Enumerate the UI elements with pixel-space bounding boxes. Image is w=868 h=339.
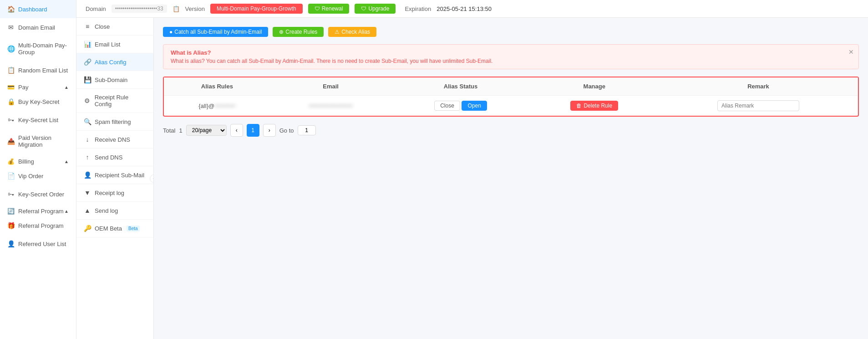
left-nav-recipient-sub[interactable]: 👤 Recipient Sub-Mail — [76, 166, 153, 184]
sidebar-item-referral-program[interactable]: 🎁 Referral Program — [0, 216, 76, 235]
cell-email: ••••••••••••••••••••••• — [270, 96, 391, 116]
cell-manage: 🗑 Delete Rule — [530, 96, 659, 116]
sidebar-item-pay[interactable]: 💳 Pay ▲ — [0, 79, 76, 92]
expiration-value: 2025-05-21 15:13:50 — [437, 5, 492, 12]
left-nav-panel: ‹ ≡ Close 📊 Email List 🔗 Alias Config 💾 … — [76, 18, 154, 339]
save-icon: 💾 — [84, 76, 91, 83]
version-label: Version — [185, 5, 205, 12]
upgrade-icon: 🛡 — [361, 5, 366, 12]
list-icon: 📋 — [7, 67, 15, 74]
right-content: ● Catch all Sub-Email by Admin-Email ⊕ C… — [154, 18, 868, 339]
renewal-button[interactable]: 🛡 Renewal — [308, 4, 350, 14]
referral-icon: 🔄 — [7, 208, 15, 215]
circle-plus-icon: ⊕ — [279, 29, 284, 35]
col-alias-status: Alias Status — [391, 77, 530, 96]
left-nav-email-list[interactable]: 📊 Email List — [76, 36, 153, 53]
left-nav-spam-filtering[interactable]: 🔍 Spam filtering — [76, 113, 153, 131]
billing-icon: 💰 — [7, 158, 15, 165]
open-status-button[interactable]: Open — [462, 101, 487, 111]
goto-input[interactable] — [298, 125, 316, 135]
beta-badge: Beta — [127, 226, 140, 231]
prev-page-button[interactable]: ‹ — [230, 124, 243, 137]
left-nav-send-dns[interactable]: ↑ Send DNS — [76, 149, 153, 166]
next-page-button[interactable]: › — [263, 124, 276, 137]
col-alias-rules: Alias Rules — [164, 77, 270, 96]
col-email: Email — [270, 77, 391, 96]
up-arrow-icon: ↑ — [84, 154, 91, 161]
action-row: ● Catch all Sub-Email by Admin-Email ⊕ C… — [163, 27, 859, 37]
sidebar: 🏠 Dashboard ✉ Domain Email 🌐 Multi-Domai… — [0, 0, 76, 339]
cell-alias-status: Close Open — [391, 96, 530, 116]
upgrade-button[interactable]: 🛡 Upgrade — [355, 4, 396, 14]
globe-icon: 🌐 — [7, 45, 15, 52]
expiration-label: Expiration — [405, 5, 431, 12]
left-nav-receive-dns[interactable]: ↓ Receive DNS — [76, 131, 153, 149]
chevron-up-icon: ▲ — [64, 85, 69, 90]
sidebar-item-referral-group[interactable]: 🔄 Referral Program ▲ — [0, 203, 76, 216]
alias-alert-box: What is Alias? What is alias? You can ca… — [163, 44, 859, 69]
sidebar-item-domain-email[interactable]: ✉ Domain Email — [0, 18, 76, 36]
key-order-icon: 🗝 — [7, 190, 15, 198]
version-button[interactable]: Multi-Domain Pay-Group-Growth — [210, 4, 303, 14]
sidebar-item-dashboard[interactable]: 🏠 Dashboard — [0, 0, 76, 18]
delete-rule-button[interactable]: 🗑 Delete Rule — [570, 101, 618, 111]
dot-icon: ● — [169, 29, 173, 35]
main-area: Domain ••••••••••••••••••••••33 📋 Versio… — [76, 0, 868, 339]
dashboard-icon: 🏠 — [7, 5, 15, 13]
up-triangle-icon: ▲ — [84, 207, 91, 214]
gear-icon: ⚙ — [84, 97, 91, 104]
left-nav-receipt-log[interactable]: ▼ Receipt log — [76, 184, 153, 202]
sidebar-item-billing[interactable]: 💰 Billing ▲ — [0, 154, 76, 167]
key-icon: 🗝 — [7, 116, 15, 123]
sidebar-item-buy-key-secret[interactable]: 🔒 Buy Key-Secret — [0, 92, 76, 111]
left-nav-send-log[interactable]: ▲ Send log — [76, 202, 153, 220]
alert-text: What is alias? You can catch all Sub-Ema… — [171, 58, 851, 64]
left-nav-close[interactable]: ≡ Close — [76, 18, 153, 36]
alert-title: What is Alias? — [171, 49, 851, 56]
warning-icon: ⚠ — [335, 29, 340, 35]
down-arrow-icon: ↓ — [84, 136, 91, 143]
sidebar-item-referred-user[interactable]: 👤 Referred User List — [0, 235, 76, 253]
check-alias-button[interactable]: ⚠ Check Alias — [328, 27, 376, 37]
left-nav-sub-domain[interactable]: 💾 Sub-Domain — [76, 71, 153, 89]
table-header: Alias Rules Email Alias Status Manage Re… — [164, 77, 858, 96]
col-remark: Remark — [659, 77, 858, 96]
alias-table: Alias Rules Email Alias Status Manage Re… — [164, 77, 858, 116]
page-1-button[interactable]: 1 — [247, 124, 259, 137]
copy-icon[interactable]: 📋 — [173, 5, 180, 12]
gift-icon: 🎁 — [7, 222, 15, 229]
sidebar-item-vip-order[interactable]: 📄 Vip Order — [0, 167, 76, 185]
table-row: {all}@••••••••••• ••••••••••••••••••••••… — [164, 96, 858, 116]
per-page-select[interactable]: 20/page 50/page 100/page — [186, 125, 227, 136]
sidebar-item-multi-domain[interactable]: 🌐 Multi-Domain Pay-Group — [0, 36, 76, 61]
header-bar: Domain ••••••••••••••••••••••33 📋 Versio… — [76, 0, 868, 18]
alias-table-container: Alias Rules Email Alias Status Manage Re… — [163, 77, 859, 117]
user-icon: 👤 — [7, 240, 15, 247]
left-nav-oem[interactable]: 🔑 OEM Beta Beta — [76, 220, 153, 237]
goto-label: Go to — [279, 127, 294, 134]
down-triangle-icon: ▼ — [84, 189, 91, 196]
col-manage: Manage — [530, 77, 659, 96]
catch-all-button[interactable]: ● Catch all Sub-Email by Admin-Email — [163, 27, 268, 37]
sidebar-item-key-secret-list[interactable]: 🗝 Key-Secret List — [0, 111, 76, 129]
sidebar-item-key-secret-order[interactable]: 🗝 Key-Secret Order — [0, 185, 76, 203]
left-nav-receipt-rule[interactable]: ⚙ Receipt Rule Config — [76, 89, 153, 113]
remark-input[interactable] — [717, 100, 799, 111]
chevron-up-icon3: ▲ — [64, 209, 69, 214]
migration-icon: 📤 — [7, 138, 15, 145]
email-icon: ✉ — [7, 24, 15, 31]
chevron-up-icon2: ▲ — [64, 159, 69, 164]
lock-icon: 🔒 — [7, 98, 15, 105]
close-status-button[interactable]: Close — [434, 101, 460, 111]
alert-close-button[interactable]: ✕ — [848, 48, 854, 56]
order-icon: 📄 — [7, 172, 15, 180]
filter-icon: 🔍 — [84, 118, 91, 125]
create-rules-button[interactable]: ⊕ Create Rules — [273, 27, 324, 37]
trash-icon: 🗑 — [576, 103, 582, 109]
domain-value: ••••••••••••••••••••••33 — [112, 5, 167, 13]
sidebar-item-random-email[interactable]: 📋 Random Email List — [0, 61, 76, 79]
shield-icon: 🛡 — [315, 5, 320, 12]
person-icon: 👤 — [84, 171, 91, 179]
left-nav-alias-config[interactable]: 🔗 Alias Config — [76, 53, 153, 71]
sidebar-item-paid-version[interactable]: 📤 Paid Version Migration — [0, 129, 76, 154]
